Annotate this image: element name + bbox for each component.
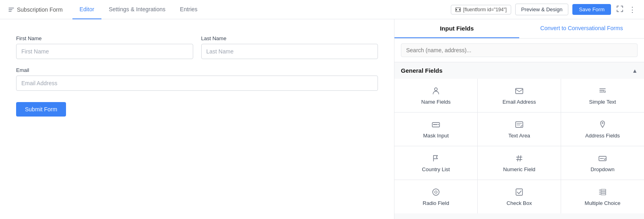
field-card-address-fields[interactable]: Address Fields [561, 113, 644, 146]
chevron-up-icon: ▲ [632, 68, 638, 74]
tab-conversational[interactable]: Convert to Conversational Forms [519, 19, 644, 38]
right-panel: Input Fields Convert to Conversational F… [394, 19, 644, 219]
email-input[interactable] [16, 76, 378, 91]
search-bar [394, 39, 644, 62]
tab-input-fields[interactable]: Input Fields [394, 19, 519, 38]
submit-form-button[interactable]: Submit Form [16, 102, 66, 117]
field-label-numeric-field: Numeric Field [503, 166, 535, 172]
search-input[interactable] [401, 43, 638, 57]
nav-tabs: Editor Settings & Integrations Entries [72, 0, 205, 19]
field-card-country-list[interactable]: Country List [394, 146, 477, 180]
field-card-email-address[interactable]: Email Address [478, 79, 561, 112]
field-card-name-fields[interactable]: Name Fields [394, 79, 477, 112]
svg-rect-3 [604, 91, 605, 92]
tab-editor[interactable]: Editor [72, 0, 102, 19]
field-label-address-fields: Address Fields [585, 133, 620, 139]
field-label-simple-text: Simple Text [589, 99, 616, 105]
shortcode-box[interactable]: [fluentform id="194"] [451, 5, 511, 14]
submit-row: Submit Form [16, 99, 378, 117]
shortcode-text: [fluentform id="194"] [463, 7, 507, 12]
field-card-check-box[interactable]: Check Box [478, 180, 561, 213]
svg-rect-11 [601, 189, 606, 191]
checkbox-icon [515, 187, 524, 197]
brand[interactable]: Subscription Form [8, 6, 63, 13]
field-card-dropdown[interactable]: Dropdown [561, 146, 644, 180]
main-layout: First Name Last Name Email Submit Form I… [0, 19, 644, 219]
svg-rect-13 [601, 193, 606, 195]
svg-rect-5 [516, 122, 523, 127]
field-card-radio-field[interactable]: Radio Field [394, 180, 477, 213]
field-label-email-address: Email Address [502, 99, 536, 105]
field-label-mask-input: Mask Input [423, 133, 449, 139]
textarea-icon [515, 120, 524, 129]
hash-icon [515, 154, 524, 163]
field-label-radio-field: Radio Field [423, 200, 449, 206]
general-fields-header: General Fields ▲ [394, 62, 644, 79]
field-card-text-area[interactable]: Text Area [478, 113, 561, 146]
address-icon [598, 120, 607, 129]
svg-point-1 [435, 88, 438, 91]
field-label-country-list: Country List [422, 166, 450, 172]
field-label-multiple-choice: Multiple Choice [585, 200, 621, 206]
preview-design-button[interactable]: Preview & Design [515, 4, 569, 15]
fullscreen-icon [617, 6, 623, 12]
fullscreen-button[interactable] [615, 4, 625, 15]
field-card-simple-text[interactable]: Simple Text [561, 79, 644, 112]
last-name-input[interactable] [201, 44, 378, 59]
field-label-text-area: Text Area [508, 133, 530, 139]
name-row: First Name Last Name [16, 35, 378, 59]
list-icon [598, 187, 607, 197]
field-card-multiple-choice[interactable]: Multiple Choice [561, 180, 644, 213]
field-label-dropdown: Dropdown [590, 166, 614, 172]
svg-point-9 [435, 191, 437, 193]
dropdown-icon [598, 154, 607, 163]
email-label: Email [16, 67, 378, 73]
svg-rect-12 [601, 191, 606, 193]
last-name-label: Last Name [201, 35, 378, 41]
last-name-field: Last Name [201, 35, 378, 59]
nav-right: [fluentform id="194"] Preview & Design S… [451, 4, 636, 15]
first-name-input[interactable] [16, 44, 193, 59]
top-nav: Subscription Form Editor Settings & Inte… [0, 0, 644, 19]
svg-point-6 [602, 123, 603, 124]
save-form-button[interactable]: Save Form [572, 4, 611, 15]
fields-grid: Name Fields Email Address [394, 79, 644, 213]
svg-point-8 [433, 189, 439, 195]
flag-icon [431, 154, 440, 163]
person-icon [431, 86, 440, 96]
email-row: Email [16, 67, 378, 91]
form-editor: First Name Last Name Email Submit Form [0, 19, 394, 219]
shortcode-icon [455, 7, 461, 12]
panel-tabs: Input Fields Convert to Conversational F… [394, 19, 644, 39]
mask-icon [431, 120, 440, 129]
tab-entries[interactable]: Entries [173, 0, 205, 19]
field-label-name-fields: Name Fields [421, 99, 451, 105]
more-options-button[interactable]: ⋮ [629, 5, 636, 14]
radio-icon [431, 187, 440, 197]
section-label: General Fields [401, 67, 442, 74]
brand-label: Subscription Form [17, 6, 63, 13]
first-name-label: First Name [16, 35, 193, 41]
text-icon [598, 86, 607, 96]
field-label-check-box: Check Box [507, 200, 532, 206]
email-field: Email [16, 67, 378, 91]
field-card-numeric-field[interactable]: Numeric Field [478, 146, 561, 180]
svg-rect-2 [516, 88, 523, 94]
field-card-mask-input[interactable]: Mask Input [394, 113, 477, 146]
email-icon [515, 86, 524, 96]
first-name-field: First Name [16, 35, 193, 59]
brand-icon [8, 6, 14, 13]
tab-settings[interactable]: Settings & Integrations [101, 0, 173, 19]
